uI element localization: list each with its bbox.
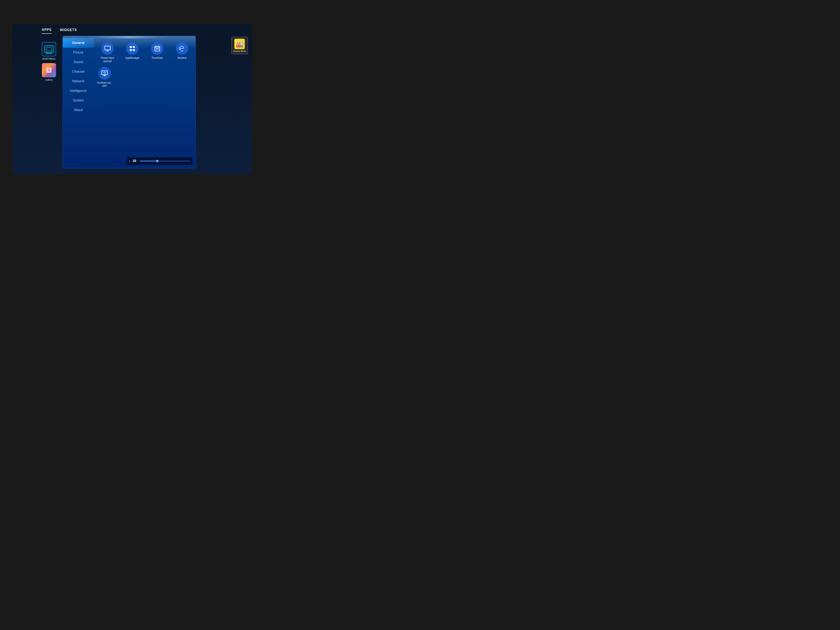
auxiliary-label: Auxiliary tou..OFF <box>97 81 112 88</box>
power-input-label: Power Inputandroid <box>101 57 114 63</box>
svg-rect-5 <box>130 49 132 51</box>
menu-item-picture[interactable]: Picture <box>63 48 94 57</box>
factory-icon-box: 🏭 <box>234 39 245 49</box>
tv-screen: APPS WIDGETS ADATVMenu 🖼 Gallery <box>13 24 252 174</box>
auxiliary-icon <box>98 67 111 80</box>
content-area: Power Inputandroid <box>94 36 196 168</box>
menu-item-intelligence[interactable]: Intelligence <box>63 86 94 96</box>
screen-content: APPS WIDGETS ADATVMenu 🖼 Gallery <box>13 24 252 174</box>
svg-rect-12 <box>157 49 158 49</box>
weather-icon <box>176 42 188 55</box>
auxiliary-app[interactable]: Auxiliary tou..OFF <box>97 67 112 88</box>
menu-item-channel[interactable]: Channel <box>63 67 94 76</box>
time-date-label: Time/Date <box>152 57 163 60</box>
app-manager-app[interactable]: AppManager <box>122 42 143 63</box>
power-input-app[interactable]: Power Inputandroid <box>97 42 118 63</box>
svg-point-22 <box>104 72 106 74</box>
calendar-icon <box>154 45 161 52</box>
time-date-icon <box>151 42 164 55</box>
weather-label: Weather <box>177 57 187 60</box>
volume-value: 39 <box>133 159 138 163</box>
monitor-icon <box>104 45 111 52</box>
app-manager-label: AppManager <box>125 57 140 60</box>
menu-item-sound[interactable]: Sound <box>63 57 94 67</box>
factory-menu-icon[interactable]: 🏭 Factory Menu <box>231 37 248 54</box>
gallery-app-icon[interactable]: 🖼 Gallery <box>42 63 56 81</box>
factory-icon-glyph: 🏭 <box>236 41 243 47</box>
tab-apps[interactable]: APPS <box>42 28 52 34</box>
svg-rect-6 <box>133 49 135 51</box>
volume-fill <box>140 161 157 161</box>
factory-menu-label: Factory Menu <box>233 50 246 52</box>
svg-rect-13 <box>158 49 159 49</box>
svg-rect-19 <box>102 71 107 75</box>
general-app-grid: Power Inputandroid <box>97 40 193 63</box>
settings-panel: General Picture Sound Channel Network In… <box>63 36 196 168</box>
settings-inner: General Picture Sound Channel Network In… <box>63 36 196 168</box>
adatv-icon-box <box>42 42 56 56</box>
app-manager-icon <box>126 42 139 55</box>
menu-sidebar: General Picture Sound Channel Network In… <box>63 36 94 168</box>
general-app-row2: Auxiliary tou..OFF <box>97 67 193 88</box>
gallery-icon-box: 🖼 <box>42 63 56 77</box>
weather-app[interactable]: Weather <box>172 42 193 63</box>
menu-item-general[interactable]: General <box>63 38 94 48</box>
cloud-icon <box>179 45 185 52</box>
svg-rect-0 <box>104 46 110 50</box>
menu-item-about[interactable]: About <box>63 105 94 115</box>
svg-rect-11 <box>156 49 157 49</box>
adatv-app-icon[interactable]: ADATVMenu <box>42 42 56 60</box>
app-icons-column: ADATVMenu 🖼 Gallery <box>39 36 58 168</box>
grid-icon <box>129 45 136 52</box>
svg-rect-3 <box>130 46 132 48</box>
tabs-bar: APPS WIDGETS <box>13 24 252 34</box>
power-input-icon <box>101 42 114 55</box>
tab-widgets[interactable]: WIDGETS <box>60 28 77 33</box>
svg-rect-4 <box>133 46 135 48</box>
gallery-label: Gallery <box>46 79 53 81</box>
main-area: ADATVMenu 🖼 Gallery General Picture <box>13 34 252 170</box>
volume-icon: ♪ <box>129 159 130 163</box>
gallery-icon: 🖼 <box>46 67 52 74</box>
tv-icon <box>44 46 54 53</box>
volume-track[interactable] <box>140 161 190 161</box>
menu-item-system[interactable]: System <box>63 96 94 105</box>
volume-bar: ♪ 39 <box>126 157 193 165</box>
auxiliary-monitor-icon <box>101 70 108 77</box>
volume-thumb <box>156 160 158 162</box>
adatv-label: ADATVMenu <box>42 57 55 60</box>
menu-item-network[interactable]: Network <box>63 76 94 86</box>
time-date-app[interactable]: Time/Date <box>147 42 168 63</box>
